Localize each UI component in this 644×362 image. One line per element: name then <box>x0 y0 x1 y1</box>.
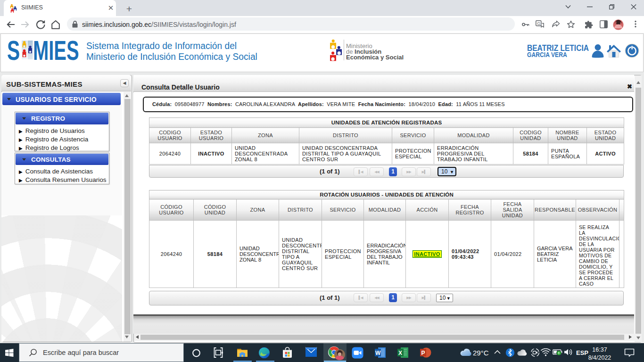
svg-text:W: W <box>375 350 381 356</box>
svg-text:X: X <box>398 350 402 356</box>
svg-text:G: G <box>537 21 540 26</box>
svg-text:P: P <box>421 350 425 356</box>
